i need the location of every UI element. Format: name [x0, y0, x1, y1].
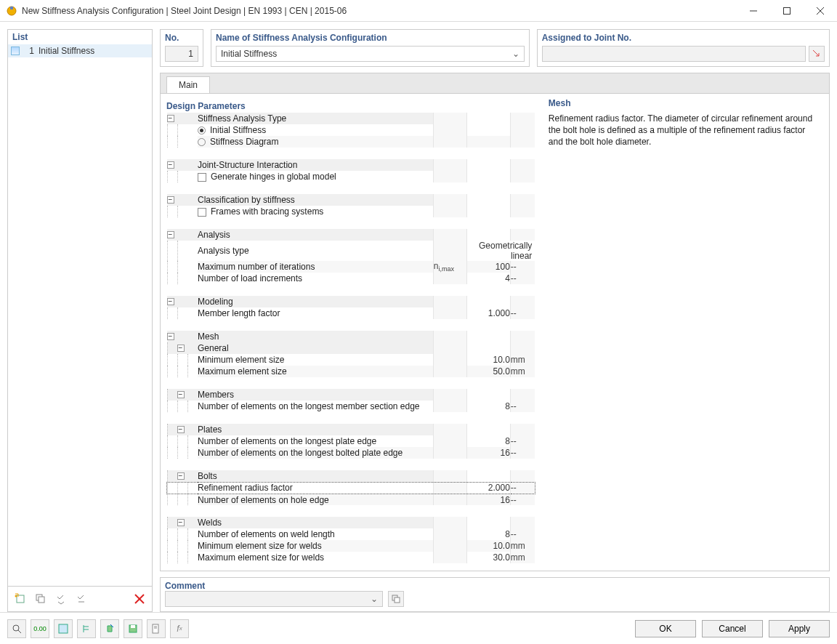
design-parameters-title: Design Parameters: [166, 100, 535, 113]
window-title: New Stiffness Analysis Configuration | S…: [22, 6, 737, 16]
function-button[interactable]: fx: [170, 619, 189, 638]
save-button[interactable]: [124, 619, 142, 638]
list-header: List: [8, 30, 152, 44]
tree-button[interactable]: [77, 619, 96, 638]
close-button[interactable]: [804, 0, 837, 22]
svg-rect-23: [153, 624, 158, 633]
ok-button[interactable]: OK: [635, 620, 696, 637]
row-plates[interactable]: − Plates: [167, 424, 535, 435]
comment-label: Comment: [165, 581, 825, 591]
row-welds[interactable]: − Welds: [167, 517, 535, 528]
copy-comment-button[interactable]: [388, 591, 404, 607]
window-button[interactable]: [54, 619, 73, 638]
name-dropdown[interactable]: Initial Stiffness ⌄: [216, 46, 525, 62]
report-button[interactable]: [147, 619, 166, 638]
row-frames-bracing[interactable]: Frames with bracing systems: [167, 206, 535, 217]
row-joint-structure[interactable]: − Joint-Structure Interaction: [167, 159, 535, 171]
row-bolts[interactable]: − Bolts: [167, 470, 535, 482]
row-weld-min[interactable]: Minimum element size for welds 10.0mm: [167, 540, 535, 552]
maximize-button[interactable]: [770, 0, 804, 22]
no-field[interactable]: 1: [165, 46, 198, 62]
name-box: Name of Stiffness Analysis Configuration…: [211, 29, 530, 67]
row-plate-bolted[interactable]: Number of elements on the longest bolted…: [167, 447, 535, 459]
copy-item-button[interactable]: [31, 589, 50, 608]
list-item[interactable]: 1 Initial Stiffness: [8, 44, 152, 57]
row-general[interactable]: − General: [167, 342, 535, 354]
svg-rect-9: [39, 597, 44, 603]
row-option-initial[interactable]: Initial Stiffness: [167, 124, 535, 136]
no-label: No.: [165, 33, 198, 43]
list-item-no: 1: [24, 46, 34, 56]
row-analysis[interactable]: − Analysis: [167, 229, 535, 241]
apply-button[interactable]: Apply: [769, 620, 830, 637]
pick-joint-button[interactable]: [809, 46, 825, 62]
radio-icon[interactable]: [198, 126, 206, 134]
row-member-edge[interactable]: Number of elements on the longest member…: [167, 401, 535, 412]
page-icon: [11, 47, 20, 55]
title-bar: New Stiffness Analysis Configuration | S…: [0, 0, 837, 22]
row-weld-max[interactable]: Maximum element size for welds 30.0mm: [167, 552, 535, 563]
check-remove-button[interactable]: [72, 589, 91, 608]
chevron-down-icon: ⌄: [512, 49, 519, 59]
row-weld-length[interactable]: Number of elements on weld length 8--: [167, 528, 535, 540]
row-modeling[interactable]: − Modeling: [167, 296, 535, 307]
chevron-down-icon: ⌄: [371, 594, 382, 604]
row-min-element[interactable]: Minimum element size 10.0mm: [167, 354, 535, 366]
new-item-button[interactable]: [11, 589, 30, 608]
comment-box: Comment ⌄: [160, 577, 830, 612]
row-option-diagram: Stiffness Diagram: [167, 136, 535, 148]
row-members[interactable]: − Members: [167, 389, 535, 401]
list-panel: List 1 Initial Stiffness: [7, 29, 153, 612]
svg-point-15: [13, 625, 19, 631]
footer: 0.00 fx OK Cancel Apply: [0, 612, 837, 644]
tab-main[interactable]: Main: [166, 76, 210, 93]
comment-dropdown[interactable]: ⌄: [165, 591, 383, 607]
cancel-button[interactable]: Cancel: [702, 620, 763, 637]
delete-button[interactable]: [130, 589, 149, 608]
svg-line-16: [18, 630, 21, 633]
row-analysis-type[interactable]: Analysis type Geometrically linear: [167, 241, 535, 261]
check-down-button[interactable]: [52, 589, 70, 608]
search-icon-button[interactable]: [7, 619, 26, 638]
app-icon: [6, 5, 17, 17]
help-title: Mesh: [549, 98, 822, 108]
units-button[interactable]: 0.00: [31, 619, 49, 638]
checkbox-icon[interactable]: [198, 173, 206, 182]
row-load-increments[interactable]: Number of load increments 4--: [167, 273, 535, 284]
export-button[interactable]: [100, 619, 119, 638]
help-panel: Mesh Refinement radius factor. The diame…: [541, 94, 829, 571]
row-member-length[interactable]: Member length factor 1.000--: [167, 307, 535, 319]
svg-point-7: [15, 595, 17, 597]
name-value: Initial Stiffness: [221, 49, 277, 59]
minimize-button[interactable]: [737, 0, 770, 22]
row-refinement-radius[interactable]: Refinement radius factor 2.000--: [167, 482, 535, 494]
row-max-element[interactable]: Maximum element size 50.0mm: [167, 366, 535, 377]
svg-rect-3: [784, 7, 790, 14]
name-label: Name of Stiffness Analysis Configuration: [216, 33, 525, 43]
svg-rect-17: [59, 624, 68, 633]
svg-rect-14: [395, 597, 400, 603]
svg-rect-22: [131, 625, 135, 628]
row-generate-hinges[interactable]: Generate hinges in global model: [167, 171, 535, 182]
parameters-panel: Design Parameters − Stiffness Analysis T…: [161, 94, 541, 571]
row-stiffness-type[interactable]: − Stiffness Analysis Type: [167, 113, 535, 124]
row-hole-edge[interactable]: Number of elements on hole edge 16--: [167, 494, 535, 505]
svg-rect-1: [10, 7, 13, 9]
collapse-icon[interactable]: −: [167, 115, 174, 122]
no-box: No. 1: [160, 29, 203, 67]
row-plate-edge[interactable]: Number of elements on the longest plate …: [167, 435, 535, 447]
help-text: Refinement radius factor. The diameter o…: [549, 113, 822, 148]
row-classification[interactable]: − Classification by stiffness: [167, 194, 535, 206]
radio-icon: [198, 138, 206, 146]
assign-label: Assigned to Joint No.: [542, 33, 825, 43]
row-max-iterations[interactable]: Maximum number of iterations ni,max 100-…: [167, 261, 535, 273]
list-item-name: Initial Stiffness: [39, 46, 94, 56]
assign-box: Assigned to Joint No.: [537, 29, 830, 67]
row-mesh[interactable]: − Mesh: [167, 331, 535, 342]
checkbox-icon[interactable]: [198, 208, 206, 217]
assign-field[interactable]: [542, 46, 806, 62]
